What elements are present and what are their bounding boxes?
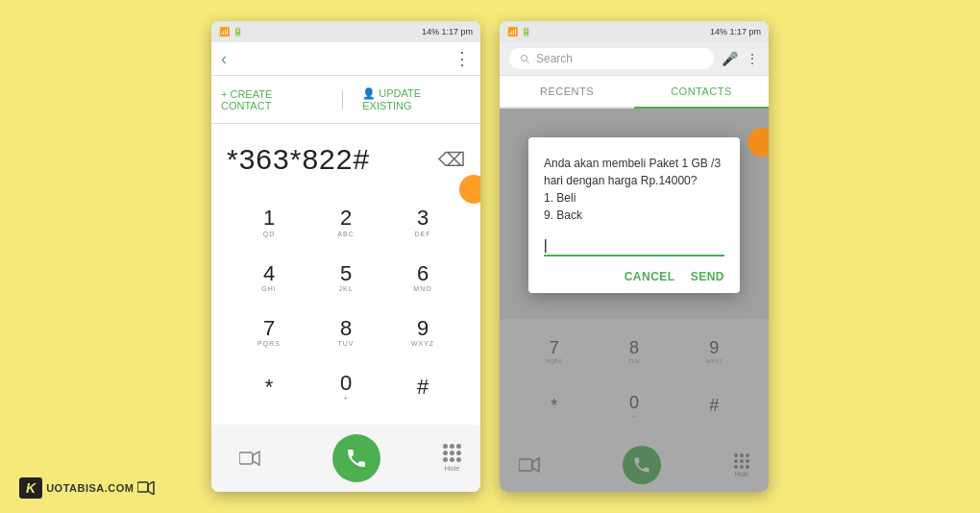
watermark-text: UOTABISA.COM bbox=[46, 482, 134, 494]
mic-icon[interactable]: 🎤 bbox=[722, 51, 738, 66]
dial-key-2[interactable]: 2ABC bbox=[307, 195, 384, 250]
dial-key-1[interactable]: 1QD bbox=[231, 195, 307, 250]
contact-actions: + CREATE CONTACT 👤 UPDATE EXISTING bbox=[211, 76, 480, 124]
dial-key-4[interactable]: 4GHI bbox=[231, 250, 307, 305]
dialog-actions: CANCEL SEND bbox=[544, 270, 724, 283]
dial-key-0[interactable]: 0+ bbox=[307, 360, 384, 415]
dialog-input[interactable] bbox=[544, 235, 724, 256]
dial-key-7[interactable]: 7PQRS bbox=[231, 305, 307, 360]
tab-contacts[interactable]: CONTACTS bbox=[634, 76, 769, 109]
backspace-button[interactable]: ⌫ bbox=[438, 148, 465, 171]
video-call-button[interactable] bbox=[231, 439, 269, 477]
hide-dots-icon bbox=[443, 444, 461, 462]
call-button[interactable] bbox=[332, 434, 380, 482]
status-right: 14% 1:17 pm bbox=[422, 27, 473, 37]
watermark-video-icon bbox=[137, 481, 155, 495]
dial-key-6[interactable]: 6MNO bbox=[384, 250, 461, 305]
svg-marker-5 bbox=[148, 481, 154, 495]
status-right2: 14% 1:17 pm bbox=[710, 27, 761, 37]
dialog-box: Anda akan membeli Paket 1 GB /3hari deng… bbox=[528, 137, 740, 293]
phone1-top-bar: ‹ ⋮ bbox=[211, 42, 480, 76]
watermark: K UOTABISA.COM bbox=[19, 477, 155, 499]
svg-rect-4 bbox=[137, 482, 148, 492]
phone2-screen: 📶 🔋 14% 1:17 pm Search 🎤 ⋮ RECENTS CONTA… bbox=[500, 21, 769, 492]
decoration-circle2 bbox=[747, 128, 769, 157]
phone2-top-bar: Search 🎤 ⋮ bbox=[500, 42, 769, 76]
dial-key-#[interactable]: # bbox=[384, 360, 461, 415]
menu-button2[interactable]: ⋮ bbox=[746, 51, 759, 66]
menu-button[interactable]: ⋮ bbox=[453, 48, 471, 69]
dial-key-*[interactable]: * bbox=[231, 360, 307, 415]
main-container: 📶 🔋 14% 1:17 pm ‹ ⋮ + CREATE CONTACT 👤 U… bbox=[0, 0, 980, 513]
svg-marker-1 bbox=[253, 452, 259, 465]
tabs-bar: RECENTS CONTACTS bbox=[500, 76, 769, 109]
watermark-k: K bbox=[26, 480, 36, 496]
watermark-logo: K bbox=[19, 477, 42, 499]
svg-rect-0 bbox=[239, 452, 253, 464]
dial-actions: Hide bbox=[211, 425, 480, 492]
phone1-screen: 📶 🔋 14% 1:17 pm ‹ ⋮ + CREATE CONTACT 👤 U… bbox=[211, 21, 480, 492]
dialog-message: Anda akan membeli Paket 1 GB /3hari deng… bbox=[544, 155, 724, 224]
tab-recents[interactable]: RECENTS bbox=[500, 76, 634, 107]
dial-key-9[interactable]: 9WXYZ bbox=[384, 305, 461, 360]
search-bar[interactable]: Search bbox=[509, 48, 714, 69]
dial-key-8[interactable]: 8TUV bbox=[307, 305, 384, 360]
status-left: 📶 🔋 bbox=[219, 27, 243, 37]
phone2-body: 7PQRS 8TUV 9WXYZ * 0+ # bbox=[500, 109, 769, 492]
dial-key-3[interactable]: 3DEF bbox=[384, 195, 461, 250]
create-contact-button[interactable]: + CREATE CONTACT bbox=[221, 88, 323, 111]
phone2-status-bar: 📶 🔋 14% 1:17 pm bbox=[500, 21, 769, 42]
dialpad: 1QD2ABC3DEF4GHI5JKL6MNO7PQRS8TUV9WXYZ*0+… bbox=[211, 185, 480, 425]
divider bbox=[342, 90, 343, 110]
back-button[interactable]: ‹ bbox=[221, 49, 227, 69]
cancel-button[interactable]: CANCEL bbox=[625, 270, 675, 283]
update-existing-button[interactable]: 👤 UPDATE EXISTING bbox=[362, 87, 471, 111]
dialog-overlay: Anda akan membeli Paket 1 GB /3hari deng… bbox=[500, 109, 769, 492]
hide-label: Hide bbox=[444, 464, 459, 473]
decoration-circle bbox=[459, 175, 480, 204]
search-placeholder: Search bbox=[536, 52, 573, 65]
dial-display: *363*822# ⌫ bbox=[211, 124, 480, 185]
hide-button[interactable]: Hide bbox=[443, 444, 461, 473]
dial-number: *363*822# bbox=[227, 143, 370, 176]
status-left2: 📶 🔋 bbox=[507, 27, 531, 37]
send-button[interactable]: SEND bbox=[691, 270, 724, 283]
dial-key-5[interactable]: 5JKL bbox=[307, 250, 384, 305]
phone1-status-bar: 📶 🔋 14% 1:17 pm bbox=[211, 21, 480, 42]
